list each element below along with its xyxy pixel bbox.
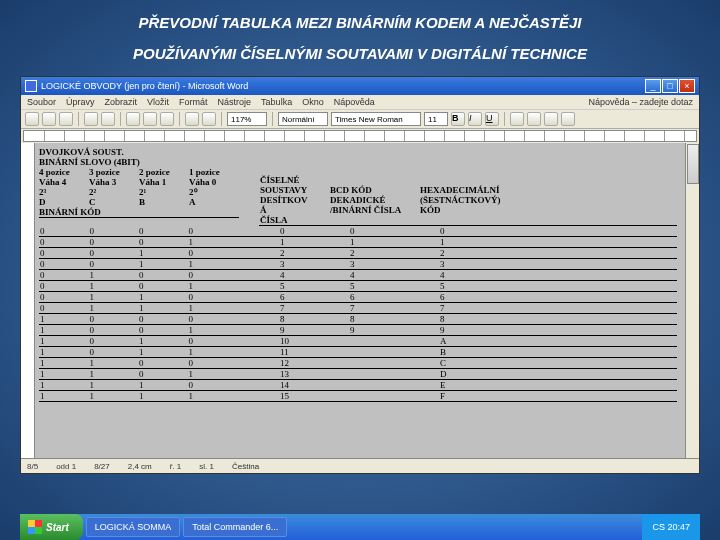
bin-bit: 1 [90,391,140,401]
align-left-icon[interactable] [510,112,524,126]
justify-icon[interactable] [561,112,575,126]
bin-bit: 1 [90,292,140,302]
redo-icon[interactable] [202,112,216,126]
bin-bit: 1 [139,248,189,258]
menu-edit[interactable]: Úpravy [66,97,95,107]
print-icon[interactable] [84,112,98,126]
table-row: 0011333 [39,259,677,270]
help-search[interactable]: Nápověda – zadejte dotaz [588,97,693,107]
style-select[interactable]: Normální [278,112,328,126]
bin-bit: 0 [90,259,140,269]
bin-bit: 1 [189,369,239,379]
nh-top: ČÍSELNÉ SOUSTAVY [260,175,328,195]
bin-bit: 0 [189,380,239,390]
bin-bit: 1 [90,270,140,280]
hex-cell: A [439,336,677,346]
menu-help[interactable]: Nápověda [334,97,375,107]
page-content[interactable]: DVOJKOVÁ SOUST. BINÁRNÍ SLOVO (4BIT) 4 p… [35,143,685,458]
bh-pos3: 3 pozice [89,167,139,177]
menu-insert[interactable]: Vložit [147,97,169,107]
bin-bit: 0 [90,248,140,258]
font-select[interactable]: Times New Roman [331,112,421,126]
nh-bcd1: BCD KÓD [330,185,418,195]
bh-v3: Váha 3 [89,177,139,187]
menu-table[interactable]: Tabulka [261,97,292,107]
underline-icon[interactable]: U [485,112,499,126]
bin-bit: 1 [40,391,90,401]
dec-cell: 11 [279,347,349,357]
undo-icon[interactable] [185,112,199,126]
bin-bit: 0 [189,358,239,368]
zoom-select[interactable]: 117% [227,112,267,126]
start-label: Start [46,522,69,533]
minimize-button[interactable]: _ [645,79,661,93]
taskbar: Start LOGICKÁ SOMMA Total Commander 6...… [20,514,700,540]
bin-bit: 0 [90,226,140,236]
bin-bit: 1 [40,380,90,390]
italic-icon[interactable]: I [468,112,482,126]
close-button[interactable]: × [679,79,695,93]
vertical-scrollbar[interactable] [685,143,699,458]
bold-icon[interactable]: B [451,112,465,126]
nh-dec3: Á [260,205,328,215]
bh-A: A [189,197,239,207]
vertical-ruler[interactable] [21,143,35,458]
bin-bit: 0 [189,292,239,302]
system-tray[interactable]: CS 20:47 [642,514,700,540]
copy-icon[interactable] [143,112,157,126]
hex-cell: C [439,358,677,368]
word-window: LOGICKÉ OBVODY (jen pro čtení) - Microso… [20,76,700,474]
taskbar-item[interactable]: Total Commander 6... [183,517,287,537]
bin-bit: 1 [189,281,239,291]
bcd-cell [349,391,439,401]
menu-file[interactable]: Soubor [27,97,56,107]
bcd-cell [349,347,439,357]
taskbar-item[interactable]: LOGICKÁ SOMMA [86,517,181,537]
menu-tools[interactable]: Nástroje [218,97,252,107]
status-col: sl. 1 [199,462,214,471]
nh-hex3: KÓD [420,205,676,215]
menu-view[interactable]: Zobrazit [105,97,138,107]
bin-bit: 0 [90,347,140,357]
menu-window[interactable]: Okno [302,97,324,107]
bin-bit: 1 [189,237,239,247]
save-icon[interactable] [59,112,73,126]
open-icon[interactable] [42,112,56,126]
dec-cell: 9 [279,325,349,335]
dec-cell: 4 [279,270,349,280]
bcd-cell: 4 [349,270,439,280]
bh-t2: BINÁRNÍ SLOVO (4BIT) [39,157,239,167]
hex-cell: 7 [439,303,677,313]
dec-cell: 2 [279,248,349,258]
windows-flag-icon [28,520,42,534]
bh-pos4: 4 pozice [39,167,89,177]
bh-e2: 2² [89,187,139,197]
bin-bit: 1 [139,380,189,390]
preview-icon[interactable] [101,112,115,126]
bin-bit: 1 [139,292,189,302]
new-icon[interactable] [25,112,39,126]
hex-cell: 0 [439,226,677,236]
slide-title: PŘEVODNÍ TABULKA MEZI BINÁRNÍM KODEM A N… [0,0,720,68]
horizontal-ruler[interactable] [23,130,697,142]
bcd-cell: 8 [349,314,439,324]
dec-cell: 13 [279,369,349,379]
menu-format[interactable]: Formát [179,97,208,107]
paste-icon[interactable] [160,112,174,126]
table-row: 0110666 [39,292,677,303]
scroll-thumb[interactable] [687,144,699,184]
maximize-button[interactable]: □ [662,79,678,93]
hex-cell: D [439,369,677,379]
bh-pos1: 1 pozice [189,167,239,177]
table-row: 1001999 [39,325,677,336]
cut-icon[interactable] [126,112,140,126]
size-select[interactable]: 11 [424,112,448,126]
start-button[interactable]: Start [20,514,83,540]
status-lang: Čeština [232,462,259,471]
title-line1: PŘEVODNÍ TABULKA MEZI BINÁRNÍM KODEM A N… [40,14,680,31]
bin-bit: 1 [40,358,90,368]
align-center-icon[interactable] [527,112,541,126]
align-right-icon[interactable] [544,112,558,126]
bin-bit: 1 [139,336,189,346]
bcd-cell: 0 [349,226,439,236]
